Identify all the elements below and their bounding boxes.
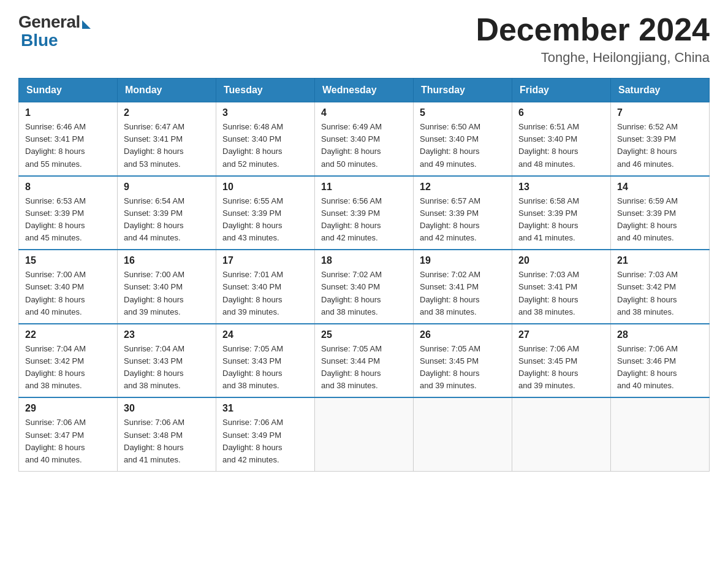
day-info: Sunrise: 6:58 AMSunset: 3:39 PMDaylight:… bbox=[518, 195, 604, 245]
page-header: General Blue December 2024 Tonghe, Heilo… bbox=[18, 12, 710, 66]
calendar-day-cell: 12Sunrise: 6:57 AMSunset: 3:39 PMDayligh… bbox=[414, 176, 512, 250]
calendar-day-cell: 27Sunrise: 7:06 AMSunset: 3:45 PMDayligh… bbox=[512, 324, 611, 398]
day-info: Sunrise: 7:00 AMSunset: 3:40 PMDaylight:… bbox=[124, 269, 210, 318]
day-info: Sunrise: 7:02 AMSunset: 3:40 PMDaylight:… bbox=[321, 269, 407, 318]
calendar-day-cell: 8Sunrise: 6:53 AMSunset: 3:39 PMDaylight… bbox=[19, 176, 118, 250]
day-info: Sunrise: 7:06 AMSunset: 3:49 PMDaylight:… bbox=[222, 416, 308, 466]
month-title: December 2024 bbox=[476, 12, 710, 47]
day-number: 5 bbox=[420, 107, 506, 118]
day-number: 6 bbox=[518, 107, 604, 118]
day-number: 26 bbox=[420, 329, 506, 340]
day-info: Sunrise: 6:52 AMSunset: 3:39 PMDaylight:… bbox=[617, 121, 703, 170]
day-number: 10 bbox=[222, 182, 308, 193]
calendar-day-cell: 1Sunrise: 6:46 AMSunset: 3:41 PMDaylight… bbox=[19, 102, 118, 176]
day-info: Sunrise: 6:57 AMSunset: 3:39 PMDaylight:… bbox=[420, 195, 506, 245]
calendar-day-cell: 16Sunrise: 7:00 AMSunset: 3:40 PMDayligh… bbox=[118, 250, 216, 324]
day-info: Sunrise: 7:03 AMSunset: 3:42 PMDaylight:… bbox=[617, 269, 703, 318]
calendar-week-row: 22Sunrise: 7:04 AMSunset: 3:42 PMDayligh… bbox=[19, 324, 710, 398]
location-title: Tonghe, Heilongjiang, China bbox=[476, 50, 710, 66]
calendar-day-cell: 6Sunrise: 6:51 AMSunset: 3:40 PMDaylight… bbox=[512, 102, 611, 176]
calendar-day-cell: 31Sunrise: 7:06 AMSunset: 3:49 PMDayligh… bbox=[216, 397, 315, 471]
calendar-week-row: 29Sunrise: 7:06 AMSunset: 3:47 PMDayligh… bbox=[19, 397, 710, 471]
calendar-day-cell bbox=[315, 397, 414, 471]
day-info: Sunrise: 6:59 AMSunset: 3:39 PMDaylight:… bbox=[617, 195, 703, 245]
day-number: 27 bbox=[518, 329, 604, 340]
logo-triangle-icon bbox=[82, 20, 91, 29]
day-number: 19 bbox=[420, 255, 506, 266]
day-info: Sunrise: 7:04 AMSunset: 3:42 PMDaylight:… bbox=[25, 343, 111, 393]
day-info: Sunrise: 6:47 AMSunset: 3:41 PMDaylight:… bbox=[124, 121, 210, 170]
day-info: Sunrise: 7:06 AMSunset: 3:45 PMDaylight:… bbox=[518, 343, 604, 393]
day-number: 20 bbox=[518, 255, 604, 266]
header-wednesday: Wednesday bbox=[315, 79, 414, 102]
day-info: Sunrise: 6:49 AMSunset: 3:40 PMDaylight:… bbox=[321, 121, 407, 170]
day-number: 9 bbox=[124, 182, 210, 193]
logo: General Blue bbox=[18, 12, 91, 50]
day-info: Sunrise: 7:05 AMSunset: 3:45 PMDaylight:… bbox=[420, 343, 506, 393]
day-info: Sunrise: 6:56 AMSunset: 3:39 PMDaylight:… bbox=[321, 195, 407, 245]
calendar-day-cell: 19Sunrise: 7:02 AMSunset: 3:41 PMDayligh… bbox=[414, 250, 512, 324]
day-info: Sunrise: 7:00 AMSunset: 3:40 PMDaylight:… bbox=[25, 269, 111, 318]
calendar-week-row: 8Sunrise: 6:53 AMSunset: 3:39 PMDaylight… bbox=[19, 176, 710, 250]
day-number: 11 bbox=[321, 182, 407, 193]
calendar-day-cell: 22Sunrise: 7:04 AMSunset: 3:42 PMDayligh… bbox=[19, 324, 118, 398]
calendar-day-cell: 23Sunrise: 7:04 AMSunset: 3:43 PMDayligh… bbox=[118, 324, 216, 398]
day-number: 12 bbox=[420, 182, 506, 193]
day-info: Sunrise: 7:04 AMSunset: 3:43 PMDaylight:… bbox=[124, 343, 210, 393]
day-number: 13 bbox=[518, 182, 604, 193]
day-number: 30 bbox=[124, 403, 210, 414]
header-sunday: Sunday bbox=[19, 79, 118, 102]
calendar-day-cell: 7Sunrise: 6:52 AMSunset: 3:39 PMDaylight… bbox=[611, 102, 710, 176]
calendar-week-row: 1Sunrise: 6:46 AMSunset: 3:41 PMDaylight… bbox=[19, 102, 710, 176]
calendar-day-cell: 28Sunrise: 7:06 AMSunset: 3:46 PMDayligh… bbox=[611, 324, 710, 398]
calendar-day-cell bbox=[414, 397, 512, 471]
day-info: Sunrise: 7:02 AMSunset: 3:41 PMDaylight:… bbox=[420, 269, 506, 318]
calendar-day-cell: 14Sunrise: 6:59 AMSunset: 3:39 PMDayligh… bbox=[611, 176, 710, 250]
header-tuesday: Tuesday bbox=[216, 79, 315, 102]
logo-blue-text: Blue bbox=[18, 31, 58, 50]
day-number: 17 bbox=[222, 255, 308, 266]
day-number: 22 bbox=[25, 329, 111, 340]
day-info: Sunrise: 7:06 AMSunset: 3:46 PMDaylight:… bbox=[617, 343, 703, 393]
calendar-day-cell: 4Sunrise: 6:49 AMSunset: 3:40 PMDaylight… bbox=[315, 102, 414, 176]
calendar-table: Sunday Monday Tuesday Wednesday Thursday… bbox=[18, 78, 710, 472]
day-info: Sunrise: 7:06 AMSunset: 3:47 PMDaylight:… bbox=[25, 416, 111, 466]
header-monday: Monday bbox=[118, 79, 216, 102]
day-info: Sunrise: 6:54 AMSunset: 3:39 PMDaylight:… bbox=[124, 195, 210, 245]
day-number: 1 bbox=[25, 107, 111, 118]
calendar-day-cell: 13Sunrise: 6:58 AMSunset: 3:39 PMDayligh… bbox=[512, 176, 611, 250]
calendar-day-cell: 20Sunrise: 7:03 AMSunset: 3:41 PMDayligh… bbox=[512, 250, 611, 324]
day-info: Sunrise: 6:55 AMSunset: 3:39 PMDaylight:… bbox=[222, 195, 308, 245]
calendar-day-cell: 30Sunrise: 7:06 AMSunset: 3:48 PMDayligh… bbox=[118, 397, 216, 471]
calendar-day-cell: 24Sunrise: 7:05 AMSunset: 3:43 PMDayligh… bbox=[216, 324, 315, 398]
day-info: Sunrise: 7:01 AMSunset: 3:40 PMDaylight:… bbox=[222, 269, 308, 318]
day-number: 29 bbox=[25, 403, 111, 414]
day-number: 16 bbox=[124, 255, 210, 266]
day-number: 8 bbox=[25, 182, 111, 193]
calendar-day-cell: 5Sunrise: 6:50 AMSunset: 3:40 PMDaylight… bbox=[414, 102, 512, 176]
calendar-day-cell: 21Sunrise: 7:03 AMSunset: 3:42 PMDayligh… bbox=[611, 250, 710, 324]
day-info: Sunrise: 7:06 AMSunset: 3:48 PMDaylight:… bbox=[124, 416, 210, 466]
calendar-day-cell: 3Sunrise: 6:48 AMSunset: 3:40 PMDaylight… bbox=[216, 102, 315, 176]
day-number: 3 bbox=[222, 107, 308, 118]
calendar-day-cell: 17Sunrise: 7:01 AMSunset: 3:40 PMDayligh… bbox=[216, 250, 315, 324]
calendar-day-cell: 9Sunrise: 6:54 AMSunset: 3:39 PMDaylight… bbox=[118, 176, 216, 250]
calendar-day-cell: 29Sunrise: 7:06 AMSunset: 3:47 PMDayligh… bbox=[19, 397, 118, 471]
day-header-row: Sunday Monday Tuesday Wednesday Thursday… bbox=[19, 79, 710, 102]
header-thursday: Thursday bbox=[414, 79, 512, 102]
day-info: Sunrise: 6:48 AMSunset: 3:40 PMDaylight:… bbox=[222, 121, 308, 170]
day-info: Sunrise: 6:46 AMSunset: 3:41 PMDaylight:… bbox=[25, 121, 111, 170]
calendar-day-cell: 18Sunrise: 7:02 AMSunset: 3:40 PMDayligh… bbox=[315, 250, 414, 324]
day-number: 4 bbox=[321, 107, 407, 118]
day-info: Sunrise: 7:05 AMSunset: 3:44 PMDaylight:… bbox=[321, 343, 407, 393]
calendar-day-cell: 2Sunrise: 6:47 AMSunset: 3:41 PMDaylight… bbox=[118, 102, 216, 176]
day-info: Sunrise: 6:53 AMSunset: 3:39 PMDaylight:… bbox=[25, 195, 111, 245]
calendar-week-row: 15Sunrise: 7:00 AMSunset: 3:40 PMDayligh… bbox=[19, 250, 710, 324]
calendar-day-cell: 25Sunrise: 7:05 AMSunset: 3:44 PMDayligh… bbox=[315, 324, 414, 398]
title-section: December 2024 Tonghe, Heilongjiang, Chin… bbox=[476, 12, 710, 66]
day-number: 7 bbox=[617, 107, 703, 118]
calendar-day-cell bbox=[611, 397, 710, 471]
day-number: 28 bbox=[617, 329, 703, 340]
day-number: 23 bbox=[124, 329, 210, 340]
day-number: 25 bbox=[321, 329, 407, 340]
